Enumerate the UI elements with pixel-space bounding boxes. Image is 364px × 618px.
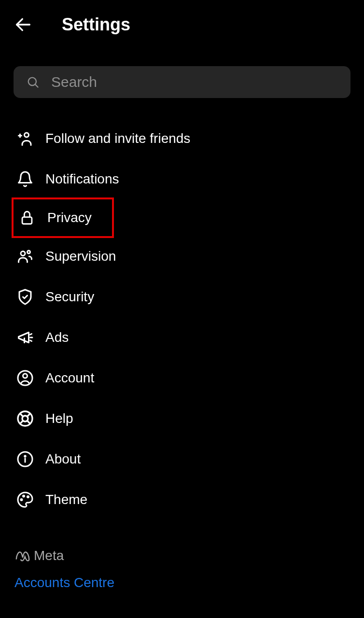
person-add-icon [16,130,34,147]
life-ring-icon [16,410,34,427]
menu-label: Account [45,370,94,386]
svg-point-22 [25,456,26,457]
people-icon [16,248,34,265]
back-button[interactable] [14,15,33,34]
menu-item-follow-invite[interactable]: Follow and invite friends [0,118,364,159]
account-circle-icon [16,369,34,387]
menu-label: Security [45,289,94,305]
menu-item-notifications[interactable]: Notifications [0,159,364,199]
menu-label: About [45,451,81,467]
svg-line-17 [28,421,30,424]
menu-item-theme[interactable]: Theme [0,479,364,520]
search-input[interactable] [51,74,338,90]
menu-label: Notifications [45,171,119,187]
svg-line-16 [20,414,23,417]
svg-line-11 [30,340,32,341]
megaphone-icon [16,329,34,346]
menu-item-security[interactable]: Security [0,277,364,317]
search-icon [26,75,40,89]
menu-item-privacy[interactable]: Privacy [12,197,114,238]
search-container [0,40,364,110]
shield-check-icon [16,288,34,306]
menu-label: Supervision [45,249,116,264]
menu-item-about[interactable]: About [0,439,364,479]
svg-point-24 [23,495,25,497]
footer: Meta Accounts Centre [0,529,364,590]
menu-item-ads[interactable]: Ads [0,317,364,358]
svg-point-3 [25,133,29,137]
menu-label: Follow and invite friends [45,131,190,146]
search-bar[interactable] [14,66,350,98]
palette-icon [16,491,34,508]
svg-line-2 [35,84,38,87]
menu-label: Theme [45,492,87,507]
meta-logo-icon [14,550,31,562]
svg-point-7 [21,252,25,256]
svg-line-9 [30,334,32,335]
menu-item-supervision[interactable]: Supervision [0,236,364,277]
bell-icon [16,170,34,188]
menu-label: Ads [45,330,69,345]
menu-item-help[interactable]: Help [0,398,364,439]
svg-line-19 [28,414,30,417]
accounts-centre-link[interactable]: Accounts Centre [14,575,350,590]
svg-rect-6 [22,217,32,224]
page-title: Settings [62,14,130,35]
settings-menu: Follow and invite friends Notifications … [0,110,364,529]
meta-brand-text: Meta [34,548,64,563]
svg-point-25 [28,496,29,498]
svg-point-23 [21,499,22,501]
menu-label: Privacy [47,210,92,225]
menu-item-account[interactable]: Account [0,358,364,398]
info-icon [16,450,34,468]
menu-label: Help [45,411,73,426]
meta-brand: Meta [14,548,350,563]
arrow-left-icon [14,15,33,34]
svg-line-18 [20,421,23,424]
svg-point-8 [28,251,30,253]
header: Settings [0,0,364,40]
lock-icon [18,209,36,226]
svg-point-13 [23,374,28,378]
